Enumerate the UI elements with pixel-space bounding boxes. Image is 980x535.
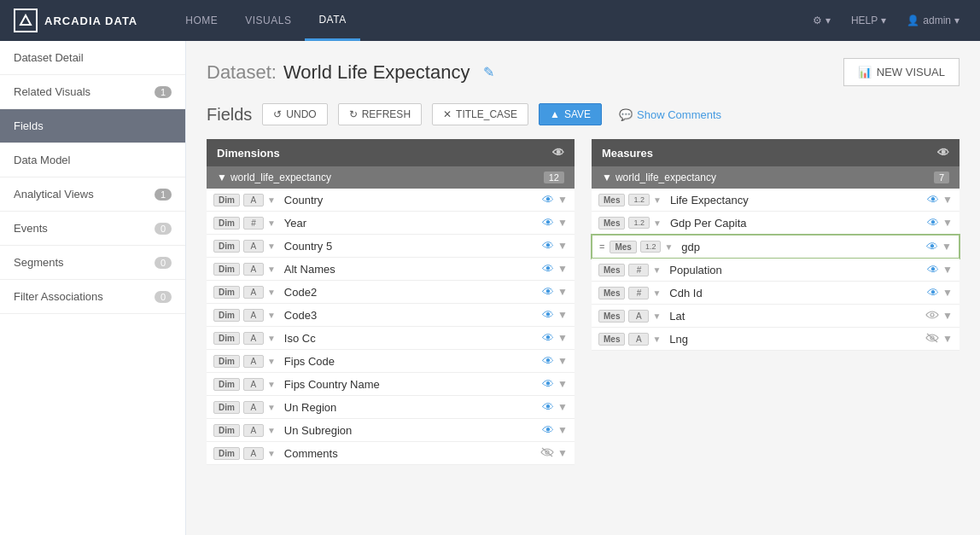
- visibility-toggle[interactable]: [925, 309, 939, 323]
- row-dropdown[interactable]: ▼: [557, 424, 568, 436]
- dropdown-icon[interactable]: ▼: [267, 218, 276, 228]
- sidebar-item-segments[interactable]: Segments 0: [0, 246, 185, 280]
- row-dropdown[interactable]: ▼: [557, 355, 568, 367]
- sidebar-item-related-visuals[interactable]: Related Visuals 1: [0, 75, 185, 109]
- row-dropdown[interactable]: ▼: [557, 447, 568, 459]
- dropdown-icon[interactable]: ▼: [267, 288, 276, 297]
- visibility-toggle[interactable]: 👁: [926, 240, 938, 253]
- field-actions: 👁 ▼: [542, 308, 568, 322]
- visibility-toggle[interactable]: 👁: [927, 263, 939, 276]
- undo-button[interactable]: ↺ UNDO: [262, 103, 327, 125]
- visibility-toggle[interactable]: 👁: [927, 216, 939, 230]
- sidebar-item-dataset-detail[interactable]: Dataset Detail: [0, 41, 185, 75]
- visibility-toggle[interactable]: 👁: [542, 308, 554, 322]
- dropdown-icon[interactable]: ▼: [267, 334, 276, 343]
- visibility-toggle[interactable]: [540, 446, 554, 460]
- type-badge: A: [243, 401, 264, 414]
- equals-indicator: =: [599, 241, 604, 252]
- visibility-toggle[interactable]: 👁: [542, 193, 554, 206]
- refresh-button[interactable]: ↻ REFRESH: [338, 103, 422, 125]
- visibility-toggle[interactable]: 👁: [542, 354, 554, 368]
- dropdown-icon[interactable]: ▼: [267, 426, 276, 435]
- visibility-toggle[interactable]: 👁: [542, 239, 554, 253]
- row-dropdown[interactable]: ▼: [942, 264, 953, 276]
- title-case-button[interactable]: ✕ TITLE_CASE: [432, 103, 528, 125]
- row-dropdown[interactable]: ▼: [942, 217, 953, 229]
- visibility-toggle[interactable]: 👁: [542, 216, 554, 230]
- row-dropdown[interactable]: ▼: [942, 194, 953, 206]
- new-visual-label: NEW VISUAL: [877, 66, 945, 79]
- field-name: Gdp Per Capita: [665, 217, 924, 230]
- nav-data[interactable]: DATA: [305, 0, 359, 41]
- row-dropdown[interactable]: ▼: [557, 240, 568, 252]
- help-label: HELP: [851, 15, 878, 26]
- dropdown-icon[interactable]: ▼: [267, 265, 276, 274]
- dropdown-icon[interactable]: ▼: [652, 334, 661, 344]
- edit-dataset-icon[interactable]: ✎: [483, 64, 494, 80]
- dropdown-icon[interactable]: ▼: [267, 449, 276, 458]
- dropdown-icon[interactable]: ▼: [267, 380, 276, 389]
- dropdown-icon[interactable]: ▼: [267, 241, 276, 251]
- type-badge: #: [628, 287, 649, 299]
- row-dropdown[interactable]: ▼: [557, 332, 568, 344]
- nav-visuals[interactable]: VISUALS: [231, 0, 305, 41]
- dim-badge: Dim: [213, 217, 240, 230]
- row-dropdown[interactable]: ▼: [557, 309, 568, 321]
- dimensions-table: Dimensions 👁 ▼ world_life_expectancy 12 …: [207, 139, 575, 465]
- save-button[interactable]: ▲ SAVE: [539, 103, 602, 125]
- dropdown-icon[interactable]: ▼: [653, 218, 662, 228]
- dropdown-icon[interactable]: ▼: [267, 403, 276, 412]
- row-dropdown[interactable]: ▼: [942, 310, 953, 322]
- sidebar-item-fields[interactable]: Fields: [0, 109, 185, 143]
- visibility-toggle[interactable]: 👁: [542, 331, 554, 345]
- hide-measures-icon[interactable]: 👁: [937, 146, 949, 160]
- help-menu[interactable]: HELP ▾: [844, 11, 893, 30]
- visibility-toggle[interactable]: 👁: [927, 193, 939, 206]
- visibility-toggle[interactable]: 👁: [542, 423, 554, 437]
- row-dropdown[interactable]: ▼: [942, 241, 952, 253]
- visibility-toggle[interactable]: 👁: [927, 286, 939, 299]
- type-badge: A: [243, 194, 264, 206]
- row-dropdown[interactable]: ▼: [557, 263, 568, 275]
- type-badge: A: [243, 447, 264, 460]
- row-dropdown[interactable]: ▼: [557, 401, 568, 413]
- row-dropdown[interactable]: ▼: [942, 287, 953, 299]
- dropdown-icon[interactable]: ▼: [652, 288, 661, 298]
- field-actions: 👁 ▼: [542, 400, 568, 414]
- nav-home[interactable]: HOME: [172, 0, 231, 41]
- dropdown-icon[interactable]: ▼: [267, 311, 276, 320]
- table-row: Mes A ▼ Lng ▼: [592, 328, 960, 351]
- row-dropdown[interactable]: ▼: [942, 333, 953, 345]
- dimensions-dataset-label: world_life_expectancy: [230, 172, 331, 183]
- new-visual-button[interactable]: 📊 NEW VISUAL: [843, 58, 960, 86]
- sidebar-item-analytical-views[interactable]: Analytical Views 1: [0, 177, 185, 212]
- hide-dimensions-icon[interactable]: 👁: [552, 146, 564, 160]
- visibility-toggle[interactable]: 👁: [542, 285, 554, 299]
- sidebar-item-data-model[interactable]: Data Model: [0, 143, 185, 177]
- show-comments-button[interactable]: 💬 Show Comments: [619, 108, 721, 121]
- visibility-toggle[interactable]: [925, 332, 939, 346]
- row-dropdown[interactable]: ▼: [557, 378, 568, 390]
- field-name: gdp: [676, 241, 923, 253]
- field-name: Country 5: [279, 240, 539, 253]
- visibility-toggle[interactable]: 👁: [542, 262, 554, 276]
- admin-menu[interactable]: 👤 admin ▾: [900, 11, 966, 30]
- row-dropdown[interactable]: ▼: [557, 217, 568, 229]
- dropdown-icon[interactable]: ▼: [267, 195, 276, 205]
- dropdown-icon[interactable]: ▼: [664, 242, 673, 252]
- dropdown-icon[interactable]: ▼: [267, 357, 276, 366]
- field-actions: 👁 ▼: [542, 354, 568, 368]
- field-name: Alt Names: [279, 263, 539, 276]
- sidebar-item-events[interactable]: Events 0: [0, 212, 185, 246]
- dropdown-icon[interactable]: ▼: [653, 195, 662, 205]
- visibility-toggle[interactable]: 👁: [542, 377, 554, 391]
- row-dropdown[interactable]: ▼: [557, 194, 568, 206]
- table-row: Dim A ▼ Alt Names 👁 ▼: [207, 258, 575, 281]
- sidebar-item-filter-associations[interactable]: Filter Associations 0: [0, 280, 185, 314]
- dropdown-icon[interactable]: ▼: [652, 311, 661, 321]
- caret-icon: ▼: [217, 172, 227, 183]
- row-dropdown[interactable]: ▼: [557, 286, 568, 298]
- settings-menu[interactable]: ⚙ ▾: [806, 11, 837, 30]
- visibility-toggle[interactable]: 👁: [542, 400, 554, 414]
- dropdown-icon[interactable]: ▼: [652, 265, 661, 275]
